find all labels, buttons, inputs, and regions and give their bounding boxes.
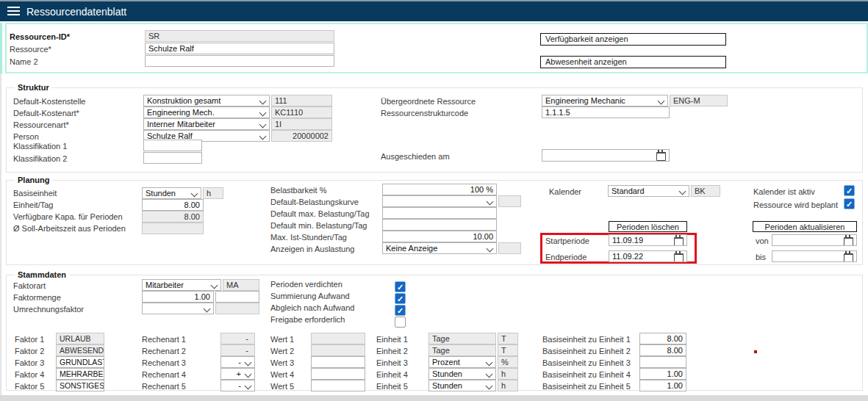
faktor4-field[interactable]: MEHRARBEIT: [56, 368, 104, 380]
chevron-down-icon: [245, 383, 252, 390]
chevron-down-icon: [245, 359, 252, 366]
faktor5-field[interactable]: SONSTIGES: [56, 380, 104, 391]
max-bel-field[interactable]: [382, 207, 497, 219]
rechenart2-field: -: [220, 344, 255, 356]
person-code-field: 20000002: [271, 130, 332, 142]
rechenart5-select[interactable]: -: [220, 380, 255, 391]
beplant-checkbox[interactable]: [844, 198, 855, 209]
perioden-verdichten-checkbox[interactable]: [395, 281, 406, 292]
resource-id-label: Ressourcen-ID*: [10, 32, 70, 41]
calendar-icon[interactable]: [844, 237, 853, 246]
endperiode-date-field[interactable]: 11.09.22: [609, 250, 687, 262]
einheit5-select[interactable]: Stunden: [428, 380, 496, 391]
availability-button[interactable]: Verfügbarkeit anzeigen: [540, 33, 726, 46]
faktormenge-extra-field[interactable]: [215, 291, 259, 303]
perioden-aktualisieren-button[interactable]: Perioden aktualisieren: [753, 221, 857, 232]
chevron-down-icon: [211, 282, 218, 289]
absence-button[interactable]: Abwesenheit anzeigen: [540, 56, 726, 68]
abgleich-aufwand-checkbox[interactable]: [395, 305, 406, 316]
wert3-field[interactable]: [311, 356, 365, 368]
name2-field[interactable]: [145, 55, 334, 67]
auslastung-select[interactable]: Keine Anzeige: [382, 242, 497, 254]
basis2-field[interactable]: 8.00: [639, 344, 686, 356]
basiseinheit-select[interactable]: Stunden: [142, 187, 201, 199]
uebergeordnete-select[interactable]: Engineering Mechanic: [542, 95, 668, 106]
basis1-label: Basiseinheit zu Einheit 1: [542, 335, 631, 344]
kostenart-code-field: KC1110: [271, 106, 332, 118]
einheit2-field: Tage: [428, 344, 496, 356]
chevron-down-icon: [486, 359, 493, 366]
kalender-aktiv-checkbox[interactable]: [844, 185, 855, 196]
strukturcode-field[interactable]: 1.1.1.5: [542, 106, 670, 118]
basis3-label: Basiseinheit zu Einheit 3: [542, 358, 631, 367]
kalender-select[interactable]: Standard: [608, 185, 689, 197]
window-left-edge: [0, 73, 1, 395]
basis4-field[interactable]: 1.00: [639, 368, 686, 380]
basis5-field[interactable]: 1.00: [639, 380, 686, 391]
basis2-label: Basiseinheit zu Einheit 2: [542, 347, 631, 355]
kostenstelle-select[interactable]: Konstruktion gesamt: [143, 95, 270, 106]
einheit3-select[interactable]: Prozent: [428, 356, 496, 368]
startperiode-date-field[interactable]: 11.09.19: [609, 234, 687, 246]
einheit4-select[interactable]: Stunden: [428, 368, 496, 380]
faktor3-field[interactable]: GRUNDLAST: [56, 356, 104, 368]
max-ist-field[interactable]: 10.00: [382, 231, 497, 242]
calendar-icon[interactable]: [656, 152, 666, 161]
hamburger-menu-icon[interactable]: [7, 7, 20, 18]
ressourcenart-select[interactable]: Interner Mitarbeiter: [143, 118, 270, 130]
faktor2-label: Faktor 2: [15, 347, 44, 355]
soll-field: [142, 223, 204, 234]
startperiode-label: Startperiode: [545, 236, 589, 245]
kurve-select[interactable]: [382, 195, 497, 207]
rechenart2-label: Rechenart 2: [142, 347, 186, 355]
min-bel-field[interactable]: [382, 219, 497, 231]
kapa-field: 8.00: [142, 211, 204, 223]
kostenstelle-label: Default-Kostenstelle: [13, 97, 85, 106]
faktorart-select[interactable]: Mitarbeiter: [142, 279, 221, 291]
perioden-loeschen-button[interactable]: Perioden löschen: [609, 221, 687, 232]
ressourcenart-code-field: 1I: [271, 118, 332, 130]
wert4-field[interactable]: [311, 368, 365, 380]
kostenstelle-code-field: 111: [271, 95, 332, 106]
faktormenge-field[interactable]: 1.00: [142, 291, 214, 303]
ausgeschieden-date-field[interactable]: [542, 149, 670, 162]
ressourcenart-label: Ressourcenart*: [13, 120, 69, 129]
ressourcendatenblatt-window: Ressourcendatenblatt Ressourcen-ID* Ress…: [0, 0, 868, 401]
chevron-down-icon: [658, 98, 665, 105]
einheit1-field: Tage: [428, 333, 496, 344]
max-bel-label: Default max. Belastung/Tag: [270, 209, 370, 218]
section-accent-strip: [0, 23, 2, 73]
klassifikation1-field[interactable]: [143, 140, 202, 151]
belastbarkeit-field[interactable]: 100 %: [382, 184, 497, 195]
resource-field[interactable]: Schulze Ralf: [145, 43, 334, 54]
klassifikation2-field[interactable]: [143, 152, 202, 164]
chevron-down-icon: [259, 133, 267, 140]
calendar-icon[interactable]: [674, 237, 684, 246]
rechenart3-select[interactable]: -: [220, 356, 255, 368]
faktorart-code-field: MA: [223, 279, 259, 291]
summierung-aufwand-checkbox[interactable]: [395, 293, 406, 304]
freigabe-label: Freigabe erforderlich: [270, 315, 345, 324]
calendar-icon[interactable]: [674, 253, 684, 262]
rechenart4-select[interactable]: +: [220, 368, 255, 380]
umrechnung-select[interactable]: [142, 303, 214, 314]
freigabe-checkbox[interactable]: [395, 317, 406, 328]
wert5-field[interactable]: [311, 380, 365, 391]
bis-label: bis: [756, 253, 766, 261]
basis3-field[interactable]: [639, 356, 686, 368]
von-date-field[interactable]: [772, 234, 857, 246]
calendar-icon[interactable]: [844, 253, 853, 262]
kurve-label: Default-Belastungskurve: [270, 198, 359, 206]
chevron-down-icon: [259, 121, 267, 129]
faktor1-label: Faktor 1: [15, 335, 44, 344]
einheit-tag-field[interactable]: 8.00: [142, 199, 204, 211]
bis-date-field[interactable]: [772, 250, 857, 262]
kostenart-select[interactable]: Engineering Mech.: [143, 106, 270, 118]
faktormenge-label: Faktormenge: [13, 293, 61, 302]
chevron-down-icon: [259, 98, 267, 105]
von-label: von: [756, 236, 769, 245]
chevron-down-icon: [486, 371, 493, 378]
basis1-field[interactable]: 8.00: [639, 333, 686, 344]
wert1-field: [311, 333, 365, 344]
stammdaten-legend: Stammdaten: [15, 270, 69, 279]
